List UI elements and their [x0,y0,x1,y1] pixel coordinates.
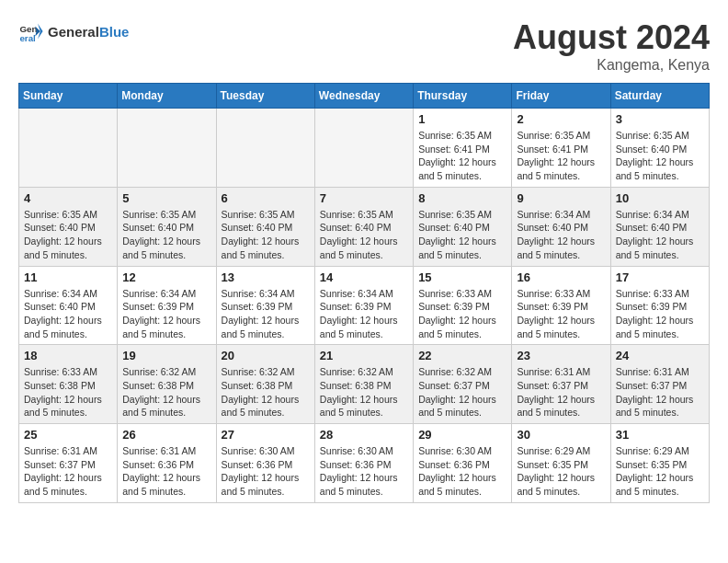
calendar-cell: 8Sunrise: 6:35 AM Sunset: 6:40 PM Daylig… [414,187,512,266]
weekday-header-monday: Monday [118,84,216,109]
day-number: 31 [616,428,704,442]
logo-blue: Blue [99,24,130,40]
calendar-cell [216,109,314,188]
day-info: Sunrise: 6:31 AM Sunset: 6:37 PM Dayligh… [616,365,704,419]
day-info: Sunrise: 6:29 AM Sunset: 6:35 PM Dayligh… [517,444,605,499]
calendar-cell [314,109,413,188]
weekday-header-sunday: Sunday [19,84,118,109]
weekday-header-friday: Friday [512,84,610,109]
day-number: 29 [418,428,506,442]
day-number: 14 [320,270,408,284]
day-info: Sunrise: 6:35 AM Sunset: 6:40 PM Dayligh… [616,129,704,183]
day-info: Sunrise: 6:32 AM Sunset: 6:38 PM Dayligh… [122,365,210,419]
location: Kangema, Kenya [513,57,710,74]
calendar-cell: 13Sunrise: 6:34 AM Sunset: 6:39 PM Dayli… [216,266,314,345]
day-number: 16 [517,270,605,284]
day-info: Sunrise: 6:30 AM Sunset: 6:36 PM Dayligh… [418,444,506,499]
calendar-cell: 12Sunrise: 6:34 AM Sunset: 6:39 PM Dayli… [118,266,216,345]
day-number: 6 [222,191,310,205]
day-info: Sunrise: 6:35 AM Sunset: 6:40 PM Dayligh… [122,208,210,262]
day-number: 8 [418,191,506,205]
day-number: 28 [320,428,408,442]
weekday-header-wednesday: Wednesday [314,84,413,109]
day-number: 18 [24,349,112,362]
calendar-cell: 31Sunrise: 6:29 AM Sunset: 6:35 PM Dayli… [610,424,709,503]
calendar-cell: 30Sunrise: 6:29 AM Sunset: 6:35 PM Dayli… [512,424,610,503]
calendar-cell: 27Sunrise: 6:30 AM Sunset: 6:36 PM Dayli… [216,424,314,503]
weekday-header-tuesday: Tuesday [216,84,314,109]
calendar-week-row: 18Sunrise: 6:33 AM Sunset: 6:38 PM Dayli… [19,345,710,424]
day-number: 13 [222,270,310,284]
calendar-cell: 7Sunrise: 6:35 AM Sunset: 6:40 PM Daylig… [314,187,413,266]
calendar-cell: 15Sunrise: 6:33 AM Sunset: 6:39 PM Dayli… [414,266,512,345]
page-header: Gen eral GeneralBlue August 2024 Kangema… [18,18,710,74]
day-info: Sunrise: 6:33 AM Sunset: 6:39 PM Dayligh… [616,287,704,341]
day-info: Sunrise: 6:35 AM Sunset: 6:41 PM Dayligh… [517,129,605,183]
day-number: 7 [320,191,408,205]
day-info: Sunrise: 6:29 AM Sunset: 6:35 PM Dayligh… [616,444,704,499]
title-block: August 2024 Kangema, Kenya [513,18,710,74]
calendar-cell [118,109,216,188]
calendar-cell: 20Sunrise: 6:32 AM Sunset: 6:38 PM Dayli… [216,345,314,424]
calendar-cell: 25Sunrise: 6:31 AM Sunset: 6:37 PM Dayli… [19,424,118,503]
weekday-header-row: SundayMondayTuesdayWednesdayThursdayFrid… [19,84,710,109]
day-info: Sunrise: 6:34 AM Sunset: 6:39 PM Dayligh… [222,287,310,341]
calendar-cell: 4Sunrise: 6:35 AM Sunset: 6:40 PM Daylig… [19,187,118,266]
day-number: 24 [616,349,704,362]
calendar-cell: 19Sunrise: 6:32 AM Sunset: 6:38 PM Dayli… [118,345,216,424]
calendar-cell: 11Sunrise: 6:34 AM Sunset: 6:40 PM Dayli… [19,266,118,345]
calendar-cell: 16Sunrise: 6:33 AM Sunset: 6:39 PM Dayli… [512,266,610,345]
day-number: 30 [517,428,605,442]
day-number: 11 [24,270,112,284]
calendar-cell: 22Sunrise: 6:32 AM Sunset: 6:37 PM Dayli… [414,345,512,424]
calendar-cell: 23Sunrise: 6:31 AM Sunset: 6:37 PM Dayli… [512,345,610,424]
weekday-header-saturday: Saturday [610,84,709,109]
day-info: Sunrise: 6:31 AM Sunset: 6:37 PM Dayligh… [517,365,605,419]
day-info: Sunrise: 6:33 AM Sunset: 6:39 PM Dayligh… [517,287,605,341]
calendar-cell: 28Sunrise: 6:30 AM Sunset: 6:36 PM Dayli… [314,424,413,503]
day-number: 10 [616,191,704,205]
day-info: Sunrise: 6:33 AM Sunset: 6:39 PM Dayligh… [418,287,506,341]
day-info: Sunrise: 6:33 AM Sunset: 6:38 PM Dayligh… [24,365,112,419]
day-info: Sunrise: 6:32 AM Sunset: 6:37 PM Dayligh… [418,365,506,419]
day-number: 2 [517,112,605,126]
day-info: Sunrise: 6:32 AM Sunset: 6:38 PM Dayligh… [222,365,310,419]
logo-icon: Gen eral [18,18,44,44]
calendar-cell: 26Sunrise: 6:31 AM Sunset: 6:36 PM Dayli… [118,424,216,503]
day-info: Sunrise: 6:35 AM Sunset: 6:41 PM Dayligh… [418,129,506,183]
calendar-cell [19,109,118,188]
calendar-cell: 10Sunrise: 6:34 AM Sunset: 6:40 PM Dayli… [610,187,709,266]
day-info: Sunrise: 6:31 AM Sunset: 6:36 PM Dayligh… [122,444,210,499]
calendar-week-row: 1Sunrise: 6:35 AM Sunset: 6:41 PM Daylig… [19,109,710,188]
day-number: 12 [122,270,210,284]
day-number: 19 [122,349,210,362]
day-info: Sunrise: 6:35 AM Sunset: 6:40 PM Dayligh… [320,208,408,262]
calendar-cell: 17Sunrise: 6:33 AM Sunset: 6:39 PM Dayli… [610,266,709,345]
day-info: Sunrise: 6:35 AM Sunset: 6:40 PM Dayligh… [418,208,506,262]
calendar-table: SundayMondayTuesdayWednesdayThursdayFrid… [18,83,710,503]
calendar-cell: 3Sunrise: 6:35 AM Sunset: 6:40 PM Daylig… [610,109,709,188]
calendar-week-row: 25Sunrise: 6:31 AM Sunset: 6:37 PM Dayli… [19,424,710,503]
day-info: Sunrise: 6:34 AM Sunset: 6:40 PM Dayligh… [616,208,704,262]
calendar-cell: 29Sunrise: 6:30 AM Sunset: 6:36 PM Dayli… [414,424,512,503]
day-info: Sunrise: 6:34 AM Sunset: 6:40 PM Dayligh… [24,287,112,341]
day-number: 23 [517,349,605,362]
day-info: Sunrise: 6:34 AM Sunset: 6:40 PM Dayligh… [517,208,605,262]
logo-general: General [48,24,99,40]
day-number: 22 [418,349,506,362]
day-info: Sunrise: 6:35 AM Sunset: 6:40 PM Dayligh… [24,208,112,262]
calendar-week-row: 11Sunrise: 6:34 AM Sunset: 6:40 PM Dayli… [19,266,710,345]
calendar-cell: 14Sunrise: 6:34 AM Sunset: 6:39 PM Dayli… [314,266,413,345]
day-info: Sunrise: 6:34 AM Sunset: 6:39 PM Dayligh… [320,287,408,341]
day-number: 17 [616,270,704,284]
calendar-cell: 5Sunrise: 6:35 AM Sunset: 6:40 PM Daylig… [118,187,216,266]
day-number: 5 [122,191,210,205]
day-info: Sunrise: 6:32 AM Sunset: 6:38 PM Dayligh… [320,365,408,419]
day-number: 27 [222,428,310,442]
day-info: Sunrise: 6:30 AM Sunset: 6:36 PM Dayligh… [222,444,310,499]
svg-text:eral: eral [19,33,36,43]
day-number: 15 [418,270,506,284]
day-number: 25 [24,428,112,442]
day-number: 21 [320,349,408,362]
calendar-cell: 6Sunrise: 6:35 AM Sunset: 6:40 PM Daylig… [216,187,314,266]
